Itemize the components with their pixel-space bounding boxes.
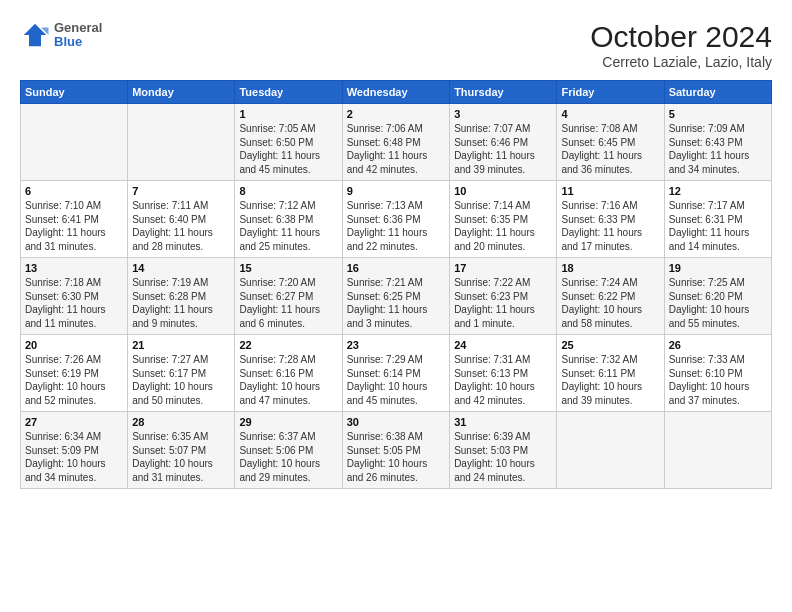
day-number: 5 — [669, 108, 767, 120]
calendar-cell: 1Sunrise: 7:05 AMSunset: 6:50 PMDaylight… — [235, 104, 342, 181]
header-cell-tuesday: Tuesday — [235, 81, 342, 104]
calendar-cell: 26Sunrise: 7:33 AMSunset: 6:10 PMDayligh… — [664, 335, 771, 412]
week-row-1: 6Sunrise: 7:10 AMSunset: 6:41 PMDaylight… — [21, 181, 772, 258]
header-cell-saturday: Saturday — [664, 81, 771, 104]
calendar-header: SundayMondayTuesdayWednesdayThursdayFrid… — [21, 81, 772, 104]
header-cell-wednesday: Wednesday — [342, 81, 449, 104]
day-info: Sunrise: 7:27 AMSunset: 6:17 PMDaylight:… — [132, 353, 230, 407]
day-number: 23 — [347, 339, 445, 351]
page-title: October 2024 — [590, 20, 772, 54]
day-info: Sunrise: 7:21 AMSunset: 6:25 PMDaylight:… — [347, 276, 445, 330]
day-number: 27 — [25, 416, 123, 428]
day-number: 29 — [239, 416, 337, 428]
day-number: 6 — [25, 185, 123, 197]
day-info: Sunrise: 7:14 AMSunset: 6:35 PMDaylight:… — [454, 199, 552, 253]
calendar-cell: 15Sunrise: 7:20 AMSunset: 6:27 PMDayligh… — [235, 258, 342, 335]
day-number: 17 — [454, 262, 552, 274]
day-info: Sunrise: 7:28 AMSunset: 6:16 PMDaylight:… — [239, 353, 337, 407]
day-info: Sunrise: 7:22 AMSunset: 6:23 PMDaylight:… — [454, 276, 552, 330]
day-info: Sunrise: 7:05 AMSunset: 6:50 PMDaylight:… — [239, 122, 337, 176]
calendar-cell: 22Sunrise: 7:28 AMSunset: 6:16 PMDayligh… — [235, 335, 342, 412]
day-number: 24 — [454, 339, 552, 351]
calendar-cell — [128, 104, 235, 181]
day-info: Sunrise: 7:25 AMSunset: 6:20 PMDaylight:… — [669, 276, 767, 330]
calendar-cell: 12Sunrise: 7:17 AMSunset: 6:31 PMDayligh… — [664, 181, 771, 258]
page-header: General Blue October 2024 Cerreto Lazial… — [20, 20, 772, 70]
calendar-cell: 29Sunrise: 6:37 AMSunset: 5:06 PMDayligh… — [235, 412, 342, 489]
day-info: Sunrise: 7:11 AMSunset: 6:40 PMDaylight:… — [132, 199, 230, 253]
calendar-cell: 23Sunrise: 7:29 AMSunset: 6:14 PMDayligh… — [342, 335, 449, 412]
calendar-cell: 13Sunrise: 7:18 AMSunset: 6:30 PMDayligh… — [21, 258, 128, 335]
day-number: 22 — [239, 339, 337, 351]
calendar-cell: 5Sunrise: 7:09 AMSunset: 6:43 PMDaylight… — [664, 104, 771, 181]
calendar-cell: 30Sunrise: 6:38 AMSunset: 5:05 PMDayligh… — [342, 412, 449, 489]
day-info: Sunrise: 7:16 AMSunset: 6:33 PMDaylight:… — [561, 199, 659, 253]
day-number: 11 — [561, 185, 659, 197]
calendar-cell: 24Sunrise: 7:31 AMSunset: 6:13 PMDayligh… — [450, 335, 557, 412]
day-info: Sunrise: 7:26 AMSunset: 6:19 PMDaylight:… — [25, 353, 123, 407]
day-info: Sunrise: 7:07 AMSunset: 6:46 PMDaylight:… — [454, 122, 552, 176]
day-info: Sunrise: 7:17 AMSunset: 6:31 PMDaylight:… — [669, 199, 767, 253]
day-number: 15 — [239, 262, 337, 274]
logo-icon — [20, 20, 50, 50]
day-info: Sunrise: 7:20 AMSunset: 6:27 PMDaylight:… — [239, 276, 337, 330]
calendar-cell: 7Sunrise: 7:11 AMSunset: 6:40 PMDaylight… — [128, 181, 235, 258]
calendar-cell: 21Sunrise: 7:27 AMSunset: 6:17 PMDayligh… — [128, 335, 235, 412]
day-info: Sunrise: 6:34 AMSunset: 5:09 PMDaylight:… — [25, 430, 123, 484]
day-info: Sunrise: 7:13 AMSunset: 6:36 PMDaylight:… — [347, 199, 445, 253]
header-cell-thursday: Thursday — [450, 81, 557, 104]
day-info: Sunrise: 6:38 AMSunset: 5:05 PMDaylight:… — [347, 430, 445, 484]
day-info: Sunrise: 7:32 AMSunset: 6:11 PMDaylight:… — [561, 353, 659, 407]
title-block: October 2024 Cerreto Laziale, Lazio, Ita… — [590, 20, 772, 70]
day-number: 16 — [347, 262, 445, 274]
day-number: 26 — [669, 339, 767, 351]
calendar-cell: 9Sunrise: 7:13 AMSunset: 6:36 PMDaylight… — [342, 181, 449, 258]
calendar-cell: 3Sunrise: 7:07 AMSunset: 6:46 PMDaylight… — [450, 104, 557, 181]
day-info: Sunrise: 7:09 AMSunset: 6:43 PMDaylight:… — [669, 122, 767, 176]
calendar-cell: 2Sunrise: 7:06 AMSunset: 6:48 PMDaylight… — [342, 104, 449, 181]
calendar-cell: 4Sunrise: 7:08 AMSunset: 6:45 PMDaylight… — [557, 104, 664, 181]
calendar-cell: 18Sunrise: 7:24 AMSunset: 6:22 PMDayligh… — [557, 258, 664, 335]
day-number: 1 — [239, 108, 337, 120]
day-number: 4 — [561, 108, 659, 120]
day-number: 3 — [454, 108, 552, 120]
day-info: Sunrise: 7:19 AMSunset: 6:28 PMDaylight:… — [132, 276, 230, 330]
calendar-body: 1Sunrise: 7:05 AMSunset: 6:50 PMDaylight… — [21, 104, 772, 489]
calendar-cell: 10Sunrise: 7:14 AMSunset: 6:35 PMDayligh… — [450, 181, 557, 258]
day-number: 9 — [347, 185, 445, 197]
day-info: Sunrise: 7:12 AMSunset: 6:38 PMDaylight:… — [239, 199, 337, 253]
day-info: Sunrise: 7:10 AMSunset: 6:41 PMDaylight:… — [25, 199, 123, 253]
day-info: Sunrise: 7:24 AMSunset: 6:22 PMDaylight:… — [561, 276, 659, 330]
day-number: 2 — [347, 108, 445, 120]
week-row-0: 1Sunrise: 7:05 AMSunset: 6:50 PMDaylight… — [21, 104, 772, 181]
day-number: 10 — [454, 185, 552, 197]
calendar-cell — [21, 104, 128, 181]
day-info: Sunrise: 7:33 AMSunset: 6:10 PMDaylight:… — [669, 353, 767, 407]
day-number: 13 — [25, 262, 123, 274]
day-number: 21 — [132, 339, 230, 351]
day-number: 31 — [454, 416, 552, 428]
calendar-table: SundayMondayTuesdayWednesdayThursdayFrid… — [20, 80, 772, 489]
page-subtitle: Cerreto Laziale, Lazio, Italy — [590, 54, 772, 70]
calendar-cell — [557, 412, 664, 489]
day-info: Sunrise: 7:18 AMSunset: 6:30 PMDaylight:… — [25, 276, 123, 330]
day-info: Sunrise: 6:39 AMSunset: 5:03 PMDaylight:… — [454, 430, 552, 484]
day-number: 20 — [25, 339, 123, 351]
calendar-cell: 19Sunrise: 7:25 AMSunset: 6:20 PMDayligh… — [664, 258, 771, 335]
calendar-cell: 27Sunrise: 6:34 AMSunset: 5:09 PMDayligh… — [21, 412, 128, 489]
day-info: Sunrise: 6:37 AMSunset: 5:06 PMDaylight:… — [239, 430, 337, 484]
week-row-4: 27Sunrise: 6:34 AMSunset: 5:09 PMDayligh… — [21, 412, 772, 489]
day-info: Sunrise: 6:35 AMSunset: 5:07 PMDaylight:… — [132, 430, 230, 484]
logo-text: General Blue — [54, 21, 102, 50]
calendar-cell: 6Sunrise: 7:10 AMSunset: 6:41 PMDaylight… — [21, 181, 128, 258]
calendar-cell: 14Sunrise: 7:19 AMSunset: 6:28 PMDayligh… — [128, 258, 235, 335]
day-info: Sunrise: 7:31 AMSunset: 6:13 PMDaylight:… — [454, 353, 552, 407]
calendar-cell: 28Sunrise: 6:35 AMSunset: 5:07 PMDayligh… — [128, 412, 235, 489]
header-cell-sunday: Sunday — [21, 81, 128, 104]
header-cell-monday: Monday — [128, 81, 235, 104]
header-cell-friday: Friday — [557, 81, 664, 104]
day-number: 14 — [132, 262, 230, 274]
day-number: 30 — [347, 416, 445, 428]
day-info: Sunrise: 7:29 AMSunset: 6:14 PMDaylight:… — [347, 353, 445, 407]
logo: General Blue — [20, 20, 102, 50]
